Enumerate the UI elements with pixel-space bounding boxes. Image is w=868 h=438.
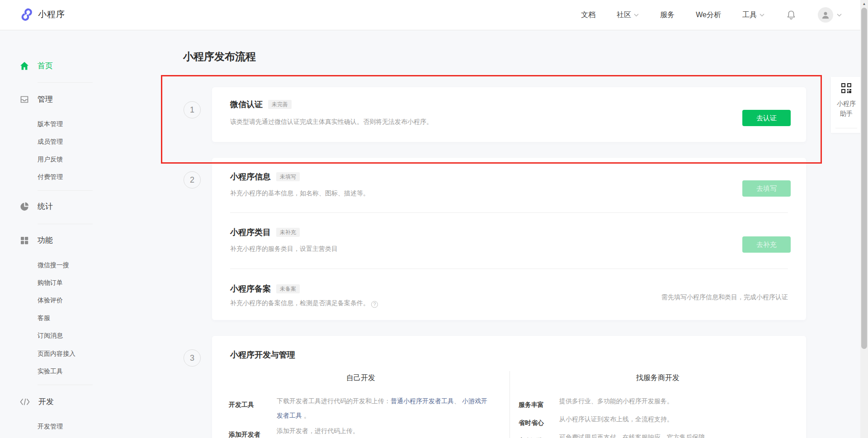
card-divider [230,212,788,213]
section-title: 小程序开发与管理 [230,349,295,360]
sidebar-item-payment-manage[interactable]: 付费管理 [38,173,63,181]
sidebar-item-shopping-orders[interactable]: 购物订单 [38,279,63,287]
step-number-1: 1 [184,101,201,118]
header-nav: 文档 社区 服务 We分析 工具 [581,0,842,30]
section-description: 补充小程序的基本信息，如名称、图标、描述等。 [230,189,369,198]
section-title: 小程序备案 [230,283,271,294]
sidebar-divider [38,190,93,191]
go-verify-button[interactable]: 去认证 [742,110,791,126]
step-number-2: 2 [184,171,201,188]
step-number-3: 3 [184,349,201,367]
status-badge: 未补充 [276,228,300,237]
qr-code-icon [840,82,852,94]
bell-icon [786,9,797,20]
miniprogram-logo[interactable]: 小程序 [20,8,65,21]
section-title: 微信认证 [230,99,263,110]
sidebar-item-experience-review[interactable]: 体验评价 [38,297,63,305]
page-title: 小程序发布流程 [183,50,256,64]
sidebar-item-version-manage[interactable]: 版本管理 [38,120,63,128]
dev-row-text: 添加开发者，进行代码上传。 [277,424,359,438]
sidebar-section-features[interactable]: 功能 [19,235,53,245]
dev-row-label: 省时省心 [519,419,544,427]
section-description: 补充小程序的服务类目，设置主营类目 [230,245,338,253]
self-develop-header: 自己开发 [212,373,509,383]
sidebar-item-member-manage[interactable]: 成员管理 [38,138,63,146]
dev-row-text: 下载开发者工具进行代码的开发和上传：普通小程序开发者工具、 小游戏开发者工具 。 [277,394,489,423]
dev-row-label: 服务丰富 [519,401,544,409]
code-icon [19,397,30,407]
nav-community[interactable]: 社区 [617,10,639,20]
sidebar-section-manage[interactable]: 管理 [19,94,53,104]
nav-tools[interactable]: 工具 [742,10,764,20]
dev-row-label: 开发工具 [229,401,254,409]
section-description: 该类型请先通过微信认证完成主体真实性确认。否则将无法发布小程序。 [230,118,433,126]
scroll-up-arrow[interactable]: ▲ [860,0,868,8]
status-badge: 未填写 [276,172,300,181]
sidebar-divider [38,224,93,224]
assistant-label: 小程序 助手 [831,99,862,118]
standard-devtools-link[interactable]: 普通小程序开发者工具 [391,397,454,405]
status-badge: 未完善 [268,100,292,109]
dev-row-text: 从小程序认证到发布上线，全流程支持。 [559,412,673,426]
vendor-develop-header: 找服务商开发 [509,373,806,383]
notification-bell-button[interactable] [786,9,797,20]
chevron-down-icon [837,14,842,17]
scrollbar-thumb[interactable] [861,8,867,349]
sidebar-item-label: 首页 [38,61,53,71]
top-header: 小程序 文档 社区 服务 We分析 工具 [0,0,868,30]
sidebar-section-label: 功能 [38,235,53,245]
prerequisite-note: 需先填写小程序信息和类目，完成小程序认证 [661,293,788,301]
miniprogram-logo-icon [20,8,33,21]
wechat-verification-card: 微信认证 未完善 该类型请先通过微信认证完成主体真实性确认。否则将无法发布小程序… [212,87,806,142]
sidebar-section-label: 管理 [38,94,53,104]
sidebar-item-dev-manage[interactable]: 开发管理 [38,423,63,431]
section-description: 补充小程序的备案信息，检测是否满足备案条件。? [230,299,378,308]
vertical-scrollbar[interactable]: ▲ [860,0,868,438]
sidebar-item-subscribe-message[interactable]: 订阅消息 [38,332,63,340]
status-badge: 未备案 [276,284,300,293]
sidebar-section-label: 统计 [38,201,53,212]
nav-docs[interactable]: 文档 [581,10,595,20]
go-add-category-button[interactable]: 去补充 [742,236,791,253]
dev-row-text: 提供多行业、多功能的小程序开发服务。 [559,394,673,408]
section-title: 小程序信息 [230,171,271,182]
account-menu[interactable] [818,7,842,23]
nav-we-analysis[interactable]: We分析 [696,10,721,20]
pie-chart-icon [19,202,29,212]
chevron-down-icon [634,14,639,17]
user-icon [821,10,830,19]
help-icon[interactable]: ? [371,301,378,308]
sidebar-item-customer-service[interactable]: 客服 [38,314,50,322]
dev-row-text: 可免费试用后再支付，在线客服响应，官方售后保障。 [559,430,711,438]
logo-text: 小程序 [38,9,65,20]
card-divider [230,268,788,269]
sidebar-section-develop[interactable]: 开发 [19,396,54,407]
sidebar-item-wechat-search[interactable]: 微信搜一搜 [38,261,69,269]
sidebar-item-experiment-tools[interactable]: 实验工具 [38,367,63,376]
home-icon [19,61,29,71]
section-title: 小程序类目 [230,227,271,238]
development-card: 小程序开发与管理 自己开发 找服务商开发 开发工具 下载开发者工具进行代码的开发… [212,336,806,438]
sidebar-divider [38,82,93,83]
sidebar-section-statistics[interactable]: 统计 [19,201,53,212]
miniprogram-setup-card: 小程序信息 未填写 补充小程序的基本信息，如名称、图标、描述等。 去填写 小程序… [212,158,806,320]
dev-row-label: 添加开发者 [229,431,260,438]
sidebar-item-page-content[interactable]: 页面内容接入 [38,350,75,358]
nav-services[interactable]: 服务 [660,10,675,20]
sidebar-divider [38,385,93,385]
chevron-down-icon [760,14,764,17]
miniprogram-assistant-widget[interactable]: 小程序 助手 [831,77,862,133]
sidebar-section-label: 开发 [38,396,54,407]
sidebar-item-user-feedback[interactable]: 用户反馈 [38,155,63,164]
go-fill-info-button[interactable]: 去填写 [742,180,791,197]
sidebar-item-home[interactable]: 首页 [19,61,53,71]
helper-divider [835,128,857,128]
avatar [818,7,833,23]
inbox-icon [19,94,29,104]
grid-icon [19,235,29,245]
